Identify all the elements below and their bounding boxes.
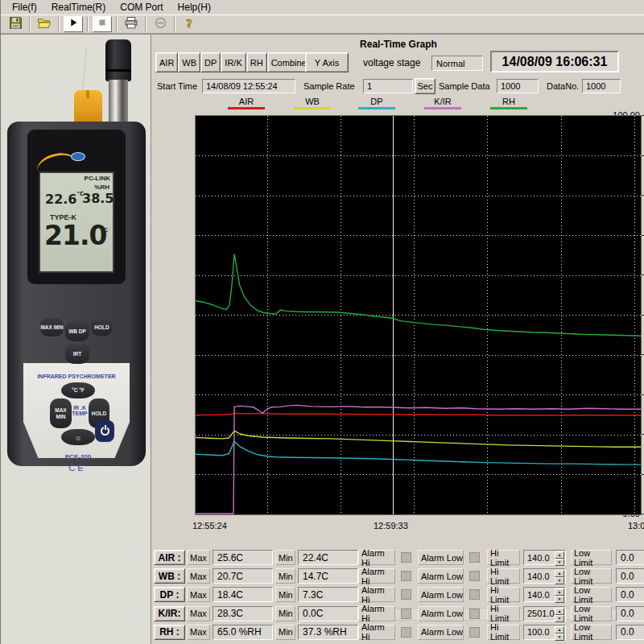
- toolbar-separator: [87, 17, 89, 31]
- lcd-humidity-unit: %RH: [94, 184, 109, 191]
- toolbar-separator: [29, 17, 31, 31]
- low-limit-input-rh[interactable]: 0.0: [616, 625, 644, 640]
- spin-up-button[interactable]: ▲: [555, 608, 564, 615]
- ce-mark: CE: [57, 463, 97, 473]
- max-value-wb: 20.7C: [213, 568, 273, 584]
- floppy-icon: [9, 16, 23, 33]
- play-icon: [68, 17, 79, 31]
- table-row-kir: K/IR:Max28.3CMin0.0CAlarm HiAlarm LowHi …: [152, 606, 644, 621]
- legend-label: DP: [370, 97, 382, 106]
- channel-button-dp[interactable]: DP :: [154, 587, 185, 602]
- spin-up-button[interactable]: ▲: [555, 588, 564, 596]
- device-irt-button: IRT: [65, 345, 89, 364]
- hi-limit-spinbox-dp[interactable]: 140.0▲▼: [523, 587, 566, 602]
- clock-display: 14/08/09 16:06:31: [490, 51, 619, 72]
- device-celsius-fahrenheit-button: °C °F: [61, 382, 95, 398]
- min-label: Min: [275, 568, 295, 584]
- hi-limit-spinbox-air[interactable]: 140.0▲▼: [523, 550, 566, 565]
- open-button[interactable]: [33, 16, 56, 32]
- hi-limit-spinbox-kir[interactable]: 2501.0▲▼: [523, 606, 566, 621]
- table-row-dp: DP :Max18.4CMin7.3CAlarm HiAlarm LowHi L…: [152, 587, 644, 602]
- menu-com-port[interactable]: COM Port: [114, 1, 169, 14]
- menu-realtime[interactable]: RealTime(R): [45, 1, 113, 14]
- hi-limit-label: Hi Limit: [487, 606, 520, 621]
- spin-down-button[interactable]: ▼: [555, 559, 564, 566]
- tab-combine[interactable]: Combine: [267, 52, 311, 72]
- spin-down-button[interactable]: ▼: [555, 596, 564, 603]
- device-body: PC-LINK %RH 22.6°C 38.5 TYPE-K 21.0 °C M…: [7, 122, 146, 466]
- min-value-air: 22.4C: [298, 550, 358, 565]
- max-label: Max: [187, 606, 210, 621]
- hi-limit-value[interactable]: 140.0: [527, 553, 550, 563]
- help-button[interactable]: ?: [178, 16, 200, 32]
- hi-limit-spinbox-wb[interactable]: 140.0▲▼: [523, 568, 566, 584]
- graph-plot-svg: [196, 116, 641, 514]
- hi-limit-label: Hi Limit: [487, 625, 520, 640]
- print-button[interactable]: [120, 16, 142, 32]
- low-limit-input-kir[interactable]: 0.0: [616, 606, 644, 621]
- y-axis-button[interactable]: Y Axis: [305, 52, 349, 72]
- hi-limit-value[interactable]: 140.0: [527, 590, 550, 600]
- max-label: Max: [187, 625, 210, 640]
- start-time-label: Start Time: [157, 81, 197, 91]
- max-label: Max: [187, 550, 210, 565]
- alarm-low-indicator-wb: [469, 571, 480, 581]
- channel-button-kir[interactable]: K/IR:: [154, 606, 185, 621]
- tab-air[interactable]: AIR: [155, 52, 178, 72]
- hi-limit-label: Hi Limit: [487, 568, 520, 584]
- channel-button-air[interactable]: AIR :: [154, 550, 185, 565]
- lcd-screen: PC-LINK %RH 22.6°C 38.5 TYPE-K 21.0 °C: [39, 171, 114, 273]
- hi-limit-label: Hi Limit: [487, 550, 520, 565]
- hi-limit-value[interactable]: 100.0: [527, 627, 550, 637]
- alarm-low-label: Alarm Low: [418, 568, 464, 584]
- max-value-air: 25.6C: [213, 550, 273, 565]
- tab-rh[interactable]: RH: [246, 52, 267, 72]
- toolbar: ?: [1, 14, 644, 34]
- app-window: File(f) RealTime(R) COM Port Help(H): [0, 0, 644, 644]
- alarm-low-indicator-air: [469, 552, 480, 563]
- sample-rate-input[interactable]: 1: [363, 79, 413, 93]
- spin-down-button[interactable]: ▼: [555, 577, 564, 584]
- channel-button-wb[interactable]: WB :: [154, 568, 185, 584]
- backlight-icon: ☼: [74, 433, 81, 442]
- alarm-hi-indicator-air: [401, 552, 411, 563]
- spin-up-button[interactable]: ▲: [555, 551, 564, 559]
- tab-dp[interactable]: DP: [200, 52, 221, 72]
- save-button[interactable]: [4, 16, 27, 32]
- hi-limit-value[interactable]: 140.0: [527, 572, 550, 581]
- disconnect-button[interactable]: [149, 16, 171, 32]
- low-limit-input-dp[interactable]: 0.0: [616, 587, 644, 602]
- start-button[interactable]: [64, 16, 83, 32]
- min-label: Min: [275, 625, 295, 640]
- tab-ir-k[interactable]: IR/K: [221, 52, 246, 72]
- alarm-low-label: Alarm Low: [418, 587, 464, 602]
- low-limit-input-air[interactable]: 0.0: [616, 550, 644, 565]
- menu-help[interactable]: Help(H): [171, 1, 217, 14]
- svg-text:?: ?: [186, 16, 192, 29]
- low-limit-input-wb[interactable]: 0.0: [616, 568, 644, 584]
- tab-wb[interactable]: WB: [178, 52, 200, 72]
- menu-bar: File(f) RealTime(R) COM Port Help(H): [1, 0, 644, 14]
- spin-down-button[interactable]: ▼: [555, 615, 564, 622]
- alarm-hi-label: Alarm Hi: [358, 550, 395, 565]
- low-limit-label: Low Limit: [571, 587, 612, 602]
- device-wb-dp-button: WB DP: [65, 321, 89, 341]
- hi-limit-spinbox-rh[interactable]: 100.0▲▼: [523, 625, 566, 640]
- spin-up-button[interactable]: ▲: [555, 570, 564, 577]
- printer-icon: [124, 16, 138, 33]
- low-limit-label: Low Limit: [571, 568, 612, 584]
- alarm-low-indicator-dp: [469, 589, 480, 600]
- channel-button-rh[interactable]: RH :: [154, 625, 185, 640]
- spinner-buttons: ▲▼: [555, 608, 564, 620]
- hi-limit-value[interactable]: 2501.0: [527, 609, 555, 618]
- table-row-air: AIR :Max25.6CMin22.4CAlarm HiAlarm LowHi…: [152, 550, 644, 565]
- stop-button[interactable]: [93, 16, 112, 32]
- menu-file[interactable]: File(f): [6, 1, 43, 14]
- min-label: Min: [275, 587, 295, 602]
- alarm-low-label: Alarm Low: [418, 606, 464, 621]
- spin-down-button[interactable]: ▼: [555, 634, 564, 641]
- spin-up-button[interactable]: ▲: [555, 626, 564, 634]
- sec-button[interactable]: Sec: [415, 78, 436, 94]
- device-type-label: INFRARED PSYCHROMETER: [23, 374, 130, 379]
- data-no-value: 1000: [582, 79, 621, 93]
